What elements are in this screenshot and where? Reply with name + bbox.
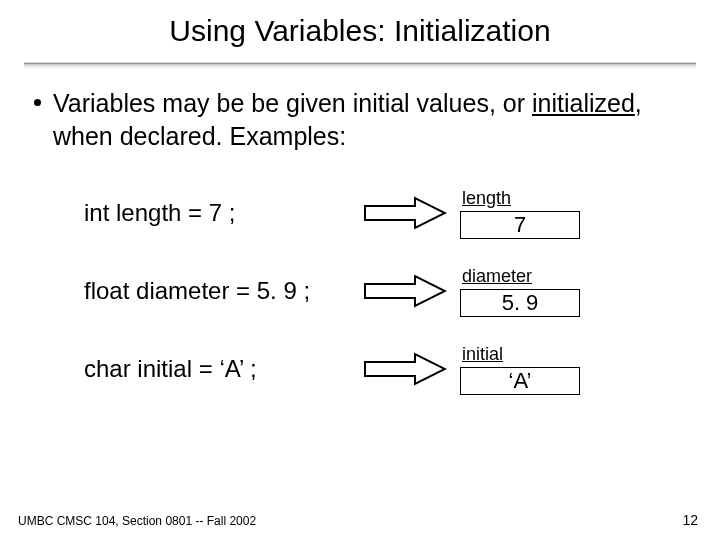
arrow-icon — [350, 274, 460, 308]
footer-text: UMBC CMSC 104, Section 0801 -- Fall 2002 — [18, 514, 256, 528]
memory-box: 5. 9 — [460, 289, 580, 317]
bullet-icon — [34, 99, 41, 106]
bullet-text: Variables may be be given initial values… — [53, 87, 686, 152]
page-number: 12 — [682, 512, 698, 528]
memory-box-wrap: length 7 — [460, 187, 620, 239]
slide-title: Using Variables: Initialization — [0, 0, 720, 58]
slide-body: Variables may be be given initial values… — [0, 69, 720, 408]
example-row: char initial = ‘A’ ; initial ‘A’ — [34, 330, 686, 408]
memory-box-label: initial — [460, 343, 503, 366]
memory-box-value: 5. 9 — [502, 289, 539, 318]
examples-list: int length = 7 ; length 7 float diameter… — [34, 174, 686, 408]
memory-box-label: length — [460, 187, 511, 210]
arrow-icon — [350, 196, 460, 230]
memory-box-label: diameter — [460, 265, 532, 288]
bullet-item: Variables may be be given initial values… — [34, 87, 686, 152]
slide: Using Variables: Initialization Variable… — [0, 0, 720, 540]
memory-box-value: ‘A’ — [509, 367, 532, 396]
example-row: float diameter = 5. 9 ; diameter 5. 9 — [34, 252, 686, 330]
title-divider — [24, 62, 696, 69]
memory-box-wrap: initial ‘A’ — [460, 343, 620, 395]
bullet-text-underlined: initialized — [532, 89, 635, 117]
example-row: int length = 7 ; length 7 — [34, 174, 686, 252]
example-code: int length = 7 ; — [34, 197, 350, 228]
memory-box-value: 7 — [514, 211, 526, 240]
memory-box: 7 — [460, 211, 580, 239]
memory-box: ‘A’ — [460, 367, 580, 395]
memory-box-wrap: diameter 5. 9 — [460, 265, 620, 317]
example-code: float diameter = 5. 9 ; — [34, 275, 350, 306]
bullet-text-pre: Variables may be be given initial values… — [53, 89, 532, 117]
example-code: char initial = ‘A’ ; — [34, 353, 350, 384]
arrow-icon — [350, 352, 460, 386]
